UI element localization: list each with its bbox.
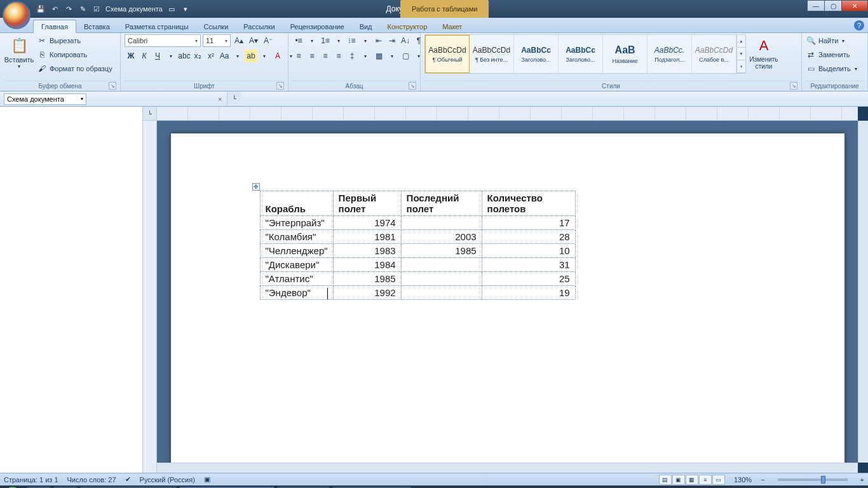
zoom-thumb[interactable]	[821, 476, 825, 484]
gallery-more-button[interactable]: ▾	[737, 60, 745, 73]
table-row[interactable]: "Коламбия"1981200328	[260, 230, 575, 244]
docmap-combo[interactable]: Схема документа▾	[4, 93, 86, 105]
numbering-dropdown[interactable]: ▾	[332, 34, 345, 47]
dialog-launcher[interactable]: ↘	[790, 82, 797, 90]
table-row[interactable]: "Дискавери"198431	[260, 258, 575, 272]
line-spacing-button[interactable]: ‡	[346, 50, 358, 62]
page[interactable]: ✥ Корабль Первый полет Последний полет К…	[171, 133, 844, 463]
paste-button[interactable]: 📋 Вставить ▾	[4, 34, 34, 69]
shrink-font-button[interactable]: A▾	[247, 34, 260, 47]
bullets-button[interactable]: •≡	[292, 34, 305, 47]
ruler-corner[interactable]: └	[227, 92, 241, 106]
table-row[interactable]: "Энтерпрайз"197417	[260, 216, 575, 230]
underline-dropdown[interactable]: ▾	[165, 50, 177, 62]
tab-table-layout[interactable]: Макет	[435, 20, 470, 32]
style-item[interactable]: AaBbCcЗаголово...	[559, 35, 603, 73]
tab-home[interactable]: Главная	[33, 20, 76, 33]
table-row[interactable]: "Челленджер"1983198510	[260, 244, 575, 258]
style-item[interactable]: AaBbCc.Подзагол...	[648, 35, 692, 73]
align-center-button[interactable]: ≡	[306, 50, 318, 62]
font-size-combo[interactable]: 11▾	[203, 34, 231, 47]
bold-button[interactable]: Ж	[125, 50, 137, 62]
copy-button[interactable]: ⎘Копировать	[37, 48, 112, 61]
horizontal-scrollbar[interactable]	[157, 463, 858, 473]
increase-indent-button[interactable]: ⇥	[386, 34, 398, 47]
office-button[interactable]	[3, 1, 31, 29]
minimize-button[interactable]: —	[807, 0, 825, 11]
table-row[interactable]: "Эндевор"199219	[260, 286, 575, 300]
qat-docmap-label[interactable]: Схема документа	[105, 4, 163, 14]
line-spacing-dropdown[interactable]: ▾	[359, 50, 372, 62]
style-item[interactable]: AaBbCcЗаголово...	[514, 35, 559, 73]
style-item-normal[interactable]: AaBbCcDd¶ Обычный	[425, 35, 470, 73]
justify-button[interactable]: ≡	[332, 50, 345, 62]
page-viewport[interactable]: ✥ Корабль Первый полет Последний полет К…	[157, 121, 858, 463]
replace-button[interactable]: ⇄Заменить	[806, 48, 857, 61]
sort-button[interactable]: A↓	[399, 34, 412, 47]
dialog-launcher[interactable]: ↘	[409, 82, 416, 90]
multilevel-dropdown[interactable]: ▾	[359, 34, 372, 47]
change-case-dropdown[interactable]: ▾	[231, 50, 244, 62]
table-header-cell[interactable]: Количество полетов	[482, 191, 575, 216]
underline-button[interactable]: Ч	[151, 50, 164, 62]
vertical-ruler[interactable]	[143, 121, 157, 473]
status-macro-icon[interactable]: ▣	[204, 475, 210, 484]
tab-table-design[interactable]: Конструктор	[380, 20, 435, 32]
bullets-dropdown[interactable]: ▾	[306, 34, 318, 47]
font-color-button[interactable]: A	[271, 50, 284, 62]
multilevel-button[interactable]: ⁝≡	[346, 34, 358, 47]
redo-icon[interactable]: ↷	[64, 4, 74, 14]
qat-icon[interactable]: ✎	[78, 4, 88, 14]
shading-button[interactable]: ▦	[372, 50, 385, 62]
zoom-level[interactable]: 130%	[734, 476, 752, 484]
change-styles-button[interactable]: A Изменить стили	[749, 34, 779, 70]
tab-mailings[interactable]: Рассылки	[236, 20, 282, 32]
qat-icon[interactable]: ☑	[92, 4, 102, 14]
dialog-launcher[interactable]: ↘	[276, 82, 284, 90]
gallery-up-button[interactable]: ▲	[737, 35, 745, 48]
table-header-cell[interactable]: Последний полет	[401, 191, 482, 216]
table-header-cell[interactable]: Первый полет	[333, 191, 401, 216]
style-item[interactable]: АаВНазвание	[603, 35, 648, 73]
view-outline-button[interactable]: ≡	[699, 475, 712, 485]
qat-more-icon[interactable]: ▾	[180, 4, 191, 14]
font-name-combo[interactable]: Calibri▾	[125, 34, 201, 47]
view-web-button[interactable]: ▦	[686, 475, 698, 485]
find-button[interactable]: 🔍Найти▾	[806, 34, 857, 47]
table-move-handle[interactable]: ✥	[252, 183, 260, 191]
highlight-button[interactable]: ab	[245, 50, 257, 62]
align-left-button[interactable]: ≡	[292, 50, 305, 62]
italic-button[interactable]: К	[138, 50, 151, 62]
tab-review[interactable]: Рецензирование	[283, 20, 352, 32]
cut-button[interactable]: ✂Вырезать	[37, 34, 112, 47]
status-language[interactable]: Русский (Россия)	[140, 476, 195, 484]
close-button[interactable]: ✕	[841, 0, 868, 11]
format-painter-button[interactable]: 🖌Формат по образцу	[37, 62, 112, 75]
strikethrough-button[interactable]: abc	[178, 50, 191, 62]
style-item[interactable]: AaBbCcDdСлабое в...	[692, 35, 736, 73]
tab-insert[interactable]: Вставка	[76, 20, 118, 32]
vertical-scrollbar[interactable]	[858, 121, 868, 463]
document-table[interactable]: Корабль Первый полет Последний полет Кол…	[260, 191, 576, 300]
view-print-layout-button[interactable]: ▤	[659, 475, 672, 485]
view-full-screen-button[interactable]: ▣	[672, 475, 685, 485]
help-button[interactable]: ?	[854, 20, 864, 30]
shading-dropdown[interactable]: ▾	[386, 50, 398, 62]
style-item[interactable]: AaBbCcDd¶ Без инте...	[470, 35, 514, 73]
change-case-button[interactable]: Aa	[218, 50, 231, 62]
decrease-indent-button[interactable]: ⇤	[372, 34, 385, 47]
align-right-button[interactable]: ≡	[319, 50, 332, 62]
navigation-pane[interactable]	[0, 107, 143, 473]
numbering-button[interactable]: 1≡	[319, 34, 332, 47]
superscript-button[interactable]: x²	[205, 50, 217, 62]
zoom-out-button[interactable]: −	[761, 476, 764, 484]
zoom-slider[interactable]	[778, 478, 848, 481]
highlight-dropdown[interactable]: ▾	[258, 50, 271, 62]
start-button[interactable]	[0, 485, 25, 488]
dialog-launcher[interactable]: ↘	[109, 82, 116, 90]
table-row[interactable]: "Атлантис"198525	[260, 272, 575, 286]
tab-references[interactable]: Ссылки	[196, 20, 236, 32]
clear-formatting-button[interactable]: A⁻	[262, 34, 275, 47]
view-draft-button[interactable]: ▭	[712, 475, 725, 485]
qat-icon[interactable]: ▭	[166, 4, 177, 14]
